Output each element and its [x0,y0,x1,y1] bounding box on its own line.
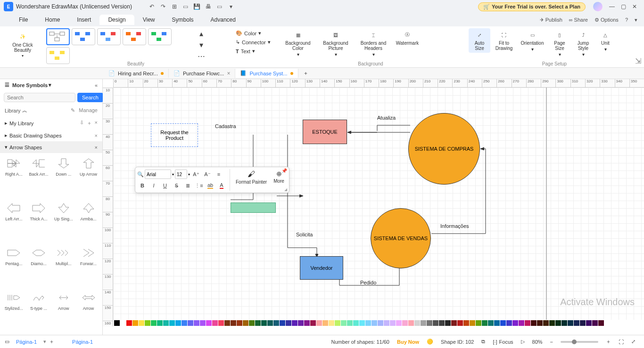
gallery-up-button[interactable]: ▴ [196,28,206,39]
borders-button[interactable]: ⌶Borders and Headers▾ [355,28,391,59]
zoom-in-button[interactable]: ＋ [606,338,611,345]
zoom-level[interactable]: 80% [532,339,543,345]
color-swatch[interactable] [273,320,279,326]
style-thumb-1[interactable] [46,28,70,45]
shape-item[interactable]: Forwar... [76,244,100,288]
shape-item[interactable]: Right A... [2,155,26,199]
pin-icon[interactable]: 📌 [281,168,287,173]
format-painter-button[interactable]: 🖌Format Painter [233,169,270,191]
color-swatch[interactable] [482,320,487,326]
bg-picture-button[interactable]: 🖼Background Picture▾ [318,28,354,59]
color-swatch[interactable] [568,320,573,326]
pages-icon[interactable]: ▭ [5,339,9,345]
jump-style-button[interactable]: ⤴Jump Style▾ [572,28,594,59]
color-swatch[interactable] [451,320,457,326]
layers-button[interactable]: ⧉ [481,339,485,345]
shape-item[interactable]: Back Arr... [27,155,51,199]
watermark-button[interactable]: ⒶWatermark [393,28,421,48]
color-swatch[interactable] [139,320,144,326]
color-swatch[interactable] [120,320,126,326]
trial-badge[interactable]: 🛒Your Free Trial is over. Select a Plan [478,2,586,11]
color-swatch[interactable] [476,320,481,326]
color-swatch[interactable] [298,320,304,326]
color-swatch[interactable] [182,320,187,326]
style-thumb-3[interactable] [97,28,121,45]
color-swatch[interactable] [561,320,567,326]
close-category[interactable]: × [95,145,98,150]
font-input[interactable] [145,170,171,179]
color-swatch[interactable] [188,320,193,326]
buy-now-link[interactable]: Buy Now [397,339,419,345]
color-swatch[interactable] [359,320,365,326]
shape-item[interactable]: Up Sing... [52,200,76,243]
doc-tab-1[interactable]: 📄Hiring and Recr... [104,69,169,78]
increase-font-button[interactable]: A⁺ [191,169,201,179]
menu-home[interactable]: Home [36,15,68,25]
shape-item[interactable]: Arrow [76,289,100,333]
edit-icon[interactable]: ✎ [71,107,75,113]
presentation-button[interactable]: ▷ [521,339,525,345]
style-thumb-2[interactable] [72,28,95,45]
color-menu[interactable]: 🎨Color ▾ [234,29,272,37]
shape-compras[interactable]: SISTEMA DE COMPRAS [408,113,480,185]
highlight-button[interactable]: ab [205,180,215,191]
manage-link[interactable]: Manage [79,107,98,113]
shape-request[interactable]: Request the Product [151,123,198,147]
color-swatch[interactable] [378,320,383,326]
color-swatch[interactable] [586,320,592,326]
menu-file[interactable]: File [10,15,36,25]
color-swatch[interactable] [421,320,426,326]
color-swatch[interactable] [384,320,389,326]
menu-view[interactable]: View [134,15,164,25]
shape-item[interactable]: Armba... [76,200,100,243]
shape-vendas[interactable]: SISTEMA DE VENDAS [371,208,431,268]
more-symbols-label[interactable]: More Symbols [12,82,48,88]
gallery-down-button[interactable]: ▾ [196,40,206,50]
shape-item[interactable]: Thick A... [27,200,51,243]
doc-tab-2[interactable]: 📄Purchase Flowc...× [169,69,235,78]
maximize-button[interactable]: ▢ [618,1,629,12]
search-button[interactable]: Search [77,93,103,102]
italic-button[interactable]: I [149,180,159,191]
print-button[interactable]: 🖶 [203,1,214,12]
style-thumb-4[interactable] [123,28,146,45]
color-swatch[interactable] [310,320,316,326]
color-swatch[interactable] [592,320,598,326]
color-swatch[interactable] [224,320,230,326]
shape-item[interactable]: S-type ... [27,289,51,333]
focus-button[interactable]: [·] Focus [493,339,513,345]
qat-more[interactable]: ▾ [225,1,237,12]
color-swatch[interactable] [267,320,273,326]
decrease-font-button[interactable]: A⁻ [202,169,213,179]
doc-tab-3[interactable]: 📘Purchase Syst... [235,69,298,78]
color-swatch[interactable] [132,320,138,326]
add-icon[interactable]: ＋ [87,120,92,127]
color-swatch[interactable] [549,320,555,326]
page-setup-dialog-launcher[interactable]: ⇲ [635,57,641,65]
color-swatch[interactable] [500,320,506,326]
font-color-button[interactable]: A [216,180,227,191]
color-swatch[interactable] [249,320,255,326]
shape-item[interactable]: Down ... [52,155,76,199]
color-swatch[interactable] [580,320,586,326]
color-swatch[interactable] [372,320,377,326]
color-swatch[interactable] [261,320,267,326]
tab-close[interactable]: × [227,70,230,77]
color-swatch[interactable] [408,320,414,326]
color-swatch[interactable] [175,320,181,326]
fit-page-button[interactable]: ⛶ [619,339,624,345]
shape-item[interactable]: Pentag... [2,244,26,288]
color-swatch[interactable] [519,320,524,326]
undo-button[interactable]: ↶ [146,1,157,12]
color-swatch[interactable] [243,320,248,326]
add-page-button[interactable]: ＋ [49,338,54,345]
color-swatch[interactable] [280,320,285,326]
color-swatch[interactable] [347,320,353,326]
new-button[interactable]: ⊞ [169,1,180,12]
size-dropdown[interactable]: ▾ [188,172,190,177]
color-swatch[interactable] [457,320,463,326]
color-swatch[interactable] [316,320,322,326]
my-library-item[interactable]: ▸My Library ⇩＋× [0,117,102,129]
color-swatch[interactable] [365,320,371,326]
basic-shapes-item[interactable]: ▸Basic Drawing Shapes × [0,129,102,141]
